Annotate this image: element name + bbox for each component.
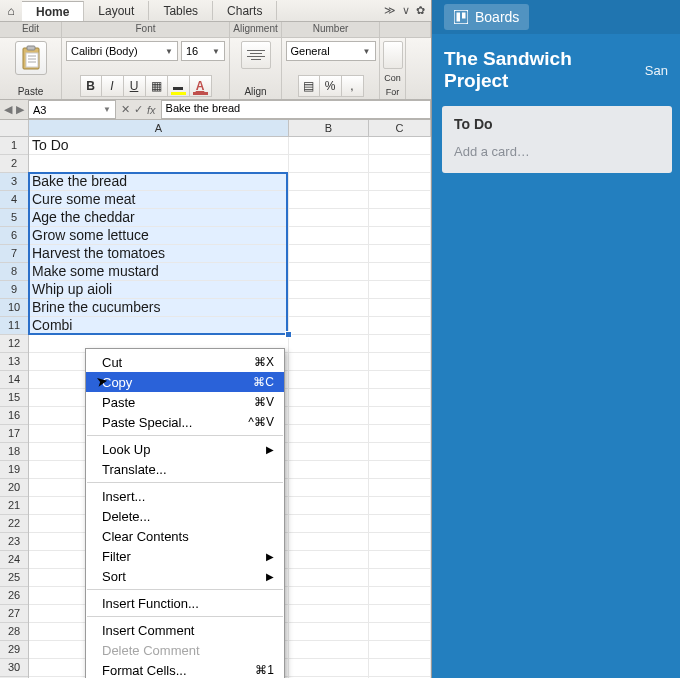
number-format-combo[interactable]: General ▼ <box>286 41 376 61</box>
cell[interactable] <box>29 155 289 172</box>
row-header[interactable]: 29 <box>0 641 28 659</box>
cell[interactable] <box>369 425 431 442</box>
cell[interactable]: Make some mustard <box>29 263 289 280</box>
cell[interactable]: Combi <box>29 317 289 334</box>
cell[interactable] <box>369 479 431 496</box>
row-header[interactable]: 3 <box>0 173 28 191</box>
cell[interactable]: Brine the cucumbers <box>29 299 289 316</box>
row-header[interactable]: 26 <box>0 587 28 605</box>
cell[interactable] <box>369 461 431 478</box>
cell[interactable] <box>369 281 431 298</box>
menu-item[interactable]: Delete... <box>86 506 284 526</box>
list-title[interactable]: To Do <box>450 114 664 140</box>
cell[interactable] <box>289 659 369 676</box>
name-box[interactable]: A3 ▼ <box>28 100 116 119</box>
row-header[interactable]: 2 <box>0 155 28 173</box>
row-header[interactable]: 6 <box>0 227 28 245</box>
tab-charts[interactable]: Charts <box>213 1 277 20</box>
cell[interactable] <box>369 659 431 676</box>
menu-item[interactable]: Insert Function... <box>86 593 284 613</box>
cell[interactable] <box>289 155 369 172</box>
row-header[interactable]: 22 <box>0 515 28 533</box>
cell[interactable] <box>289 371 369 388</box>
row-header[interactable]: 7 <box>0 245 28 263</box>
cell[interactable] <box>369 335 431 352</box>
cell[interactable] <box>289 461 369 478</box>
cell[interactable] <box>369 407 431 424</box>
cell[interactable] <box>369 605 431 622</box>
col-header-B[interactable]: B <box>289 120 369 136</box>
cell[interactable] <box>289 587 369 604</box>
row-header[interactable]: 19 <box>0 461 28 479</box>
conditional-formatting-button[interactable] <box>383 41 403 69</box>
cell[interactable] <box>369 245 431 262</box>
menu-item[interactable]: Translate... <box>86 459 284 479</box>
cell[interactable]: Harvest the tomatoes <box>29 245 289 262</box>
menu-item[interactable]: Insert... <box>86 486 284 506</box>
row-header[interactable]: 13 <box>0 353 28 371</box>
underline-button[interactable]: U <box>124 75 146 97</box>
cell[interactable] <box>369 371 431 388</box>
cell[interactable] <box>289 137 369 154</box>
cell[interactable] <box>369 587 431 604</box>
select-all-corner[interactable] <box>0 120 28 137</box>
row-header[interactable]: 12 <box>0 335 28 353</box>
cell[interactable] <box>289 389 369 406</box>
cell[interactable] <box>289 479 369 496</box>
cell[interactable] <box>289 317 369 334</box>
menu-item[interactable]: Clear Contents <box>86 526 284 546</box>
cancel-formula-icon[interactable]: ✕ <box>121 103 130 116</box>
cell[interactable] <box>289 569 369 586</box>
tab-tables[interactable]: Tables <box>149 1 213 20</box>
row-header[interactable]: 4 <box>0 191 28 209</box>
paste-button[interactable] <box>15 41 47 75</box>
cell[interactable] <box>289 281 369 298</box>
row-header[interactable]: 18 <box>0 443 28 461</box>
row-header[interactable]: 5 <box>0 209 28 227</box>
row-header[interactable]: 17 <box>0 425 28 443</box>
cell[interactable] <box>369 227 431 244</box>
board-sub[interactable]: San <box>645 63 668 78</box>
tab-layout[interactable]: Layout <box>84 1 149 20</box>
cell[interactable]: Cure some meat <box>29 191 289 208</box>
cell[interactable] <box>289 533 369 550</box>
cell[interactable] <box>369 173 431 190</box>
cell[interactable] <box>369 443 431 460</box>
menu-item[interactable]: Insert Comment <box>86 620 284 640</box>
cell[interactable] <box>289 443 369 460</box>
currency-button[interactable]: ▤ <box>298 75 320 97</box>
cell[interactable] <box>289 515 369 532</box>
cell[interactable] <box>289 227 369 244</box>
home-icon[interactable]: ⌂ <box>0 4 22 18</box>
cell[interactable] <box>289 605 369 622</box>
accept-formula-icon[interactable]: ✓ <box>134 103 143 116</box>
cell[interactable]: Whip up aioli <box>29 281 289 298</box>
cell[interactable] <box>289 299 369 316</box>
row-header[interactable]: 10 <box>0 299 28 317</box>
cell[interactable] <box>289 173 369 190</box>
cell[interactable] <box>289 497 369 514</box>
cell[interactable] <box>289 263 369 280</box>
row-header[interactable]: 11 <box>0 317 28 335</box>
cell[interactable] <box>369 353 431 370</box>
cell[interactable] <box>369 497 431 514</box>
col-header-A[interactable]: A <box>29 120 289 136</box>
formula-bar[interactable]: Bake the bread <box>161 100 431 119</box>
row-header[interactable]: 1 <box>0 137 28 155</box>
cell[interactable] <box>369 389 431 406</box>
cell[interactable] <box>289 425 369 442</box>
font-name-combo[interactable]: Calibri (Body) ▼ <box>66 41 178 61</box>
nav-prev-icon[interactable]: ◀ <box>4 103 12 116</box>
font-color-button[interactable]: A <box>190 75 212 97</box>
cell[interactable] <box>369 515 431 532</box>
row-header[interactable]: 25 <box>0 569 28 587</box>
border-button[interactable]: ▦ <box>146 75 168 97</box>
cell[interactable] <box>369 623 431 640</box>
tabs-collapse-icon[interactable]: ∨ <box>402 4 410 17</box>
menu-item[interactable]: Filter▶ <box>86 546 284 566</box>
cell[interactable]: To Do <box>29 137 289 154</box>
cell[interactable]: Bake the bread <box>29 173 289 190</box>
align-button[interactable] <box>241 41 271 69</box>
row-header[interactable]: 24 <box>0 551 28 569</box>
percent-button[interactable]: % <box>320 75 342 97</box>
